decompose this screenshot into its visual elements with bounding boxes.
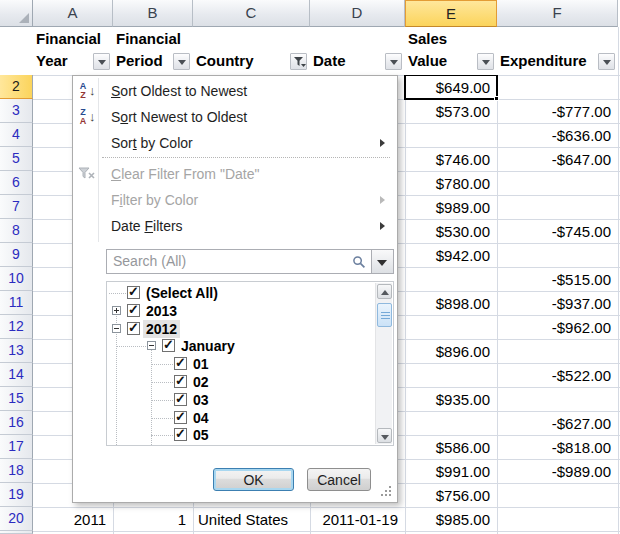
cell-F12[interactable]: -$962.00 bbox=[498, 316, 618, 340]
menu-item-sort-newest-to-oldest[interactable]: ZA↓Sort Newest to Oldest bbox=[73, 104, 395, 130]
checkbox[interactable]: ✓ bbox=[174, 375, 187, 388]
cell-F16[interactable]: -$627.00 bbox=[498, 412, 618, 436]
header-cell-financial-year[interactable]: Financial Year bbox=[33, 27, 113, 75]
menu-item-sort-by-color[interactable]: Sort by Color bbox=[73, 130, 395, 156]
row-header-6[interactable]: 6 bbox=[0, 171, 33, 195]
row-header-3[interactable]: 3 bbox=[0, 99, 33, 123]
filter-dropdown-button[interactable] bbox=[598, 53, 615, 70]
cell-B20[interactable]: 1 bbox=[114, 508, 193, 532]
cell-E20[interactable]: $985.00 bbox=[406, 508, 497, 532]
column-header-A[interactable]: A bbox=[33, 0, 113, 27]
filter-dropdown-button[interactable] bbox=[173, 53, 190, 70]
cell-F14[interactable]: -$522.00 bbox=[498, 364, 618, 388]
cell-E19[interactable]: $756.00 bbox=[406, 484, 497, 508]
row-header-10[interactable]: 10 bbox=[0, 267, 33, 291]
cell-F17[interactable]: -$818.00 bbox=[498, 436, 618, 460]
cell-E9[interactable]: $942.00 bbox=[406, 244, 497, 268]
expand-icon[interactable] bbox=[112, 306, 121, 315]
collapse-icon[interactable] bbox=[147, 341, 156, 350]
filter-applied-button[interactable] bbox=[290, 53, 307, 70]
cell-E6[interactable]: $780.00 bbox=[406, 172, 497, 196]
tree-item-01[interactable]: ✓01 bbox=[107, 355, 375, 373]
resize-grip[interactable] bbox=[389, 486, 391, 488]
cell-E13[interactable]: $896.00 bbox=[406, 340, 497, 364]
search-dropdown-button[interactable] bbox=[372, 249, 394, 274]
filter-dropdown-button[interactable] bbox=[93, 53, 110, 70]
cell-E17[interactable]: $586.00 bbox=[406, 436, 497, 460]
header-cell-country[interactable]: Country bbox=[193, 27, 310, 75]
tree-item-partial[interactable]: ✓ bbox=[107, 444, 375, 446]
select-all-corner[interactable] bbox=[0, 0, 33, 27]
tree-item-label[interactable]: 2013 bbox=[143, 302, 180, 320]
checkbox[interactable]: ✓ bbox=[127, 322, 140, 335]
cell-F5[interactable]: -$647.00 bbox=[498, 148, 618, 172]
header-cell-sales-value[interactable]: Sales Value bbox=[405, 27, 497, 75]
column-header-E[interactable]: E bbox=[405, 0, 497, 27]
scrollbar-thumb[interactable] bbox=[377, 303, 392, 327]
cell-E11[interactable]: $898.00 bbox=[406, 292, 497, 316]
tree-item-05[interactable]: ✓05 bbox=[107, 426, 375, 444]
tree-item-label[interactable]: (Select All) bbox=[143, 284, 221, 302]
column-header-C[interactable]: C bbox=[193, 0, 310, 27]
row-header-7[interactable]: 7 bbox=[0, 195, 33, 219]
menu-item-date-filters[interactable]: Date Filters bbox=[73, 213, 395, 239]
cell-F8[interactable]: -$745.00 bbox=[498, 220, 618, 244]
row-header-19[interactable]: 19 bbox=[0, 483, 33, 507]
tree-item-2013[interactable]: ✓2013 bbox=[107, 302, 375, 320]
cell-E8[interactable]: $530.00 bbox=[406, 220, 497, 244]
row-header-17[interactable]: 17 bbox=[0, 435, 33, 459]
tree-item-select-all[interactable]: ✓(Select All) bbox=[107, 284, 375, 302]
filter-dropdown-button[interactable] bbox=[385, 53, 402, 70]
row-header-9[interactable]: 9 bbox=[0, 243, 33, 267]
tree-item-january[interactable]: ✓January bbox=[107, 337, 375, 355]
tree-item-label[interactable]: 05 bbox=[190, 426, 212, 444]
filter-dropdown-button[interactable] bbox=[477, 53, 494, 70]
cell-E3[interactable]: $573.00 bbox=[406, 100, 497, 124]
cell-A20[interactable]: 2011 bbox=[34, 508, 113, 532]
cell-F18[interactable]: -$989.00 bbox=[498, 460, 618, 484]
header-cell-financial-period[interactable]: Financial Period bbox=[113, 27, 193, 75]
collapse-icon[interactable] bbox=[112, 324, 121, 333]
row-header-2[interactable]: 2 bbox=[0, 75, 33, 99]
search-input[interactable]: Search (All) bbox=[106, 249, 372, 274]
tree-item-label[interactable]: 2012 bbox=[143, 320, 180, 338]
tree-item-label[interactable]: January bbox=[178, 337, 238, 355]
tree-item-04[interactable]: ✓04 bbox=[107, 409, 375, 427]
row-header-16[interactable]: 16 bbox=[0, 411, 33, 435]
scroll-down-button[interactable] bbox=[377, 428, 392, 443]
tree-item-label[interactable]: 02 bbox=[190, 373, 212, 391]
ok-button[interactable]: OK bbox=[213, 468, 294, 491]
cell-E18[interactable]: $991.00 bbox=[406, 460, 497, 484]
cell-E5[interactable]: $746.00 bbox=[406, 148, 497, 172]
tree-item-2012[interactable]: ✓2012 bbox=[107, 320, 375, 338]
row-header-15[interactable]: 15 bbox=[0, 387, 33, 411]
cell-E15[interactable]: $935.00 bbox=[406, 388, 497, 412]
checkbox[interactable]: ✓ bbox=[127, 304, 140, 317]
checkbox[interactable]: ✓ bbox=[174, 411, 187, 424]
header-cell-expenditure[interactable]: Expenditure bbox=[497, 27, 618, 75]
column-header-F[interactable]: F bbox=[497, 0, 618, 27]
tree-scrollbar[interactable] bbox=[375, 283, 392, 444]
tree-item-02[interactable]: ✓02 bbox=[107, 373, 375, 391]
row-header-11[interactable]: 11 bbox=[0, 291, 33, 315]
row-header-4[interactable]: 4 bbox=[0, 123, 33, 147]
checkbox[interactable]: ✓ bbox=[174, 428, 187, 441]
row-header-8[interactable]: 8 bbox=[0, 219, 33, 243]
cancel-button[interactable]: Cancel bbox=[307, 468, 371, 491]
cell-F4[interactable]: -$636.00 bbox=[498, 124, 618, 148]
checkbox[interactable]: ✓ bbox=[174, 393, 187, 406]
checkbox[interactable]: ✓ bbox=[127, 286, 140, 299]
checkbox[interactable]: ✓ bbox=[162, 339, 175, 352]
tree-item-label[interactable]: 01 bbox=[190, 355, 212, 373]
column-header-B[interactable]: B bbox=[113, 0, 193, 27]
fill-handle[interactable] bbox=[494, 96, 499, 101]
column-header-D[interactable]: D bbox=[310, 0, 405, 27]
menu-item-sort-oldest-to-newest[interactable]: AZ↓Sort Oldest to Newest bbox=[73, 78, 395, 104]
checkbox[interactable]: ✓ bbox=[174, 357, 187, 370]
row-header-18[interactable]: 18 bbox=[0, 459, 33, 483]
row-header-20[interactable]: 20 bbox=[0, 507, 33, 531]
row-header-12[interactable]: 12 bbox=[0, 315, 33, 339]
tree-item-label[interactable]: 04 bbox=[190, 409, 212, 427]
cell-C20[interactable]: United States bbox=[194, 508, 310, 532]
cell-F10[interactable]: -$515.00 bbox=[498, 268, 618, 292]
